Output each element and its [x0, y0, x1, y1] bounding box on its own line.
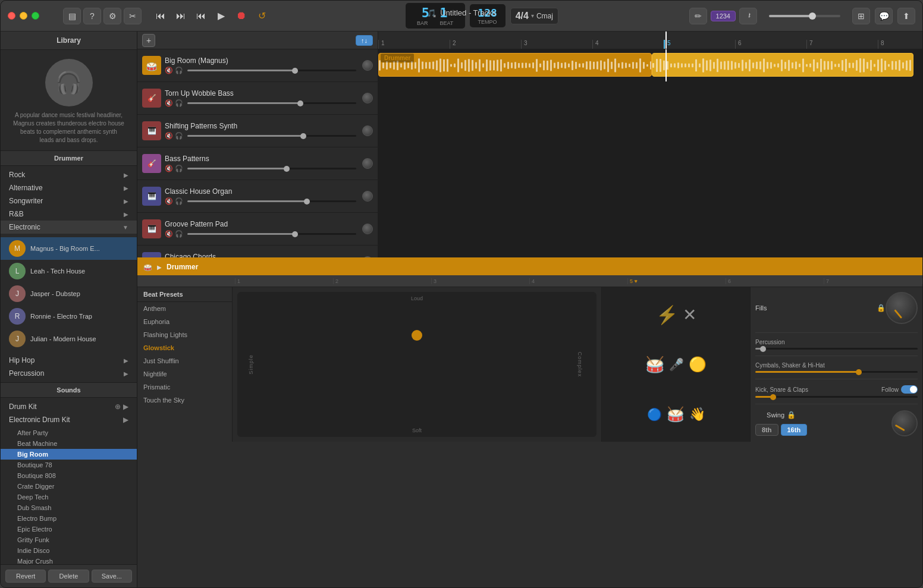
- headphone-button-shifting[interactable]: 🎧: [175, 132, 183, 140]
- drum-icon-cymbal-crash[interactable]: 🥁: [645, 356, 664, 374]
- kick-slider[interactable]: [755, 396, 918, 398]
- rewind-button[interactable]: ⏮: [153, 9, 168, 23]
- headphone-button-wobble[interactable]: 🎧: [175, 99, 183, 107]
- mute-button-organ[interactable]: 🔇: [165, 197, 173, 205]
- sound-item-gritty-funk[interactable]: Gritty Funk: [1, 534, 137, 545]
- pad-field[interactable]: Loud Soft Simple Complex: [237, 292, 597, 437]
- mute-button-bass[interactable]: 🔇: [165, 165, 173, 172]
- beat-preset-flashing-lights[interactable]: Flashing Lights: [137, 328, 232, 341]
- sound-item-beat-machine[interactable]: Beat Machine: [1, 438, 137, 449]
- headphone-button-groove[interactable]: 🎧: [175, 230, 183, 238]
- beat-8th-button[interactable]: 8th: [755, 424, 778, 436]
- sound-item-after-party[interactable]: After Party: [1, 427, 137, 438]
- help-button[interactable]: ?: [83, 8, 101, 24]
- beat-preset-prismatic[interactable]: Prismatic: [137, 381, 232, 394]
- track-knob-groove[interactable]: [362, 224, 373, 234]
- cymbals-slider[interactable]: [755, 371, 918, 373]
- timeline-row-5[interactable]: [378, 180, 922, 213]
- delete-button[interactable]: Delete: [48, 570, 89, 583]
- track-volume-organ[interactable]: [187, 200, 356, 202]
- timeline-row-3[interactable]: [378, 115, 922, 147]
- fills-knob[interactable]: [886, 292, 918, 324]
- category-item-rock[interactable]: Rock ▶: [1, 168, 137, 181]
- beat-16th-button[interactable]: 16th: [781, 424, 808, 436]
- swing-knob[interactable]: [891, 410, 918, 436]
- midi-button[interactable]: 1234: [711, 11, 736, 21]
- headphone-button-big-room[interactable]: 🎧: [175, 67, 183, 74]
- percussion-slider[interactable]: [755, 348, 918, 350]
- track-sort-button[interactable]: ↑↓: [356, 35, 373, 46]
- timeline-row-2[interactable]: [378, 82, 922, 115]
- drummer-item-jasper[interactable]: J Jasper - Dubstep: [1, 282, 137, 305]
- track-item-shifting-patterns[interactable]: 🎹 Shifting Patterns Synth 🔇 🎧: [137, 115, 378, 147]
- chat-button[interactable]: 💬: [875, 8, 893, 24]
- tracks-view-button[interactable]: ⊞: [852, 8, 870, 24]
- sound-item-dub-smash[interactable]: Dub Smash: [1, 502, 137, 513]
- drum-icon-snare[interactable]: 🥁: [667, 406, 685, 423]
- beat-preset-glowstick[interactable]: Glowstick: [137, 341, 232, 354]
- mute-button-wobble[interactable]: 🔇: [165, 99, 173, 107]
- time-signature-display[interactable]: 4/4 ▾ Cmaj: [510, 8, 558, 24]
- drummer-item-magnus[interactable]: M Magnus - Big Room E...: [1, 237, 137, 260]
- sound-category-drum-kit[interactable]: Drum Kit ⊕ ▶: [1, 400, 137, 413]
- cycle-button[interactable]: ↺: [255, 9, 269, 23]
- category-item-percussion[interactable]: Percussion ▶: [1, 367, 137, 380]
- sound-item-epic-electro[interactable]: Epic Electro: [1, 524, 137, 534]
- skip-back-button[interactable]: ⏮: [194, 9, 208, 23]
- mute-button-big-room[interactable]: 🔇: [165, 67, 173, 74]
- maximize-button[interactable]: [32, 12, 39, 20]
- beat-preset-touch-sky[interactable]: Touch the Sky: [137, 394, 232, 407]
- sound-item-indie-disco[interactable]: Indie Disco: [1, 545, 137, 556]
- drum-icon-x[interactable]: ✕: [683, 305, 696, 325]
- track-volume-shifting[interactable]: [187, 135, 356, 137]
- record-button[interactable]: ⏺: [234, 9, 249, 23]
- track-knob-bass[interactable]: [362, 158, 373, 169]
- follow-toggle[interactable]: Follow: [881, 385, 918, 394]
- sound-item-boutique-808[interactable]: Boutique 808: [1, 470, 137, 481]
- play-button[interactable]: ▶: [214, 9, 228, 23]
- beat-preset-just-shufflin[interactable]: Just Shufflin: [137, 354, 232, 367]
- drum-icon-hihat[interactable]: 🟡: [689, 356, 707, 373]
- timeline-row-6[interactable]: [378, 213, 922, 246]
- minimize-button[interactable]: [20, 12, 27, 20]
- volume-slider[interactable]: [769, 15, 840, 17]
- track-volume-big-room[interactable]: [187, 70, 356, 71]
- fast-forward-button[interactable]: ⏭: [174, 9, 188, 23]
- sound-item-major-crush[interactable]: Major Crush: [1, 556, 137, 564]
- metronome-button[interactable]: 𝄽: [739, 8, 757, 24]
- timeline-row-7[interactable]: [378, 246, 922, 257]
- drummer-item-julian[interactable]: J Julian - Modern House: [1, 328, 137, 350]
- sound-item-crate-digger[interactable]: Crate Digger: [1, 481, 137, 492]
- drummer-item-ronnie[interactable]: R Ronnie - Electro Trap: [1, 305, 137, 328]
- category-item-hiphop[interactable]: Hip Hop ▶: [1, 354, 137, 367]
- category-item-electronic[interactable]: Electronic ▼: [1, 221, 137, 234]
- sound-category-electronic[interactable]: Electronic Drum Kit ▶: [1, 413, 137, 426]
- drummer-region-1[interactable]: // generated inline: [378, 53, 652, 77]
- add-track-button[interactable]: +: [142, 34, 155, 47]
- track-knob-organ[interactable]: [362, 191, 373, 202]
- category-item-songwriter[interactable]: Songwriter ▶: [1, 194, 137, 207]
- headphone-button-bass[interactable]: 🎧: [175, 165, 183, 172]
- category-item-alternative[interactable]: Alternative ▶: [1, 181, 137, 194]
- follow-toggle-box[interactable]: [901, 385, 918, 394]
- scissors-button[interactable]: ✂: [124, 8, 142, 24]
- track-knob-wobble[interactable]: [362, 93, 373, 103]
- save-button[interactable]: Save...: [92, 570, 132, 583]
- close-button[interactable]: [8, 12, 15, 20]
- beat-preset-nightlife[interactable]: Nightlife: [137, 367, 232, 381]
- sound-item-big-room[interactable]: Big Room: [1, 449, 137, 460]
- revert-button[interactable]: Revert: [5, 570, 46, 583]
- track-item-bass-patterns[interactable]: 🎸 Bass Patterns 🔇 🎧: [137, 147, 378, 180]
- mute-button-shifting[interactable]: 🔇: [165, 132, 173, 140]
- track-item-big-room[interactable]: 🥁 Big Room (Magnus) 🔇 🎧: [137, 49, 378, 82]
- sound-item-electro-bump[interactable]: Electro Bump: [1, 513, 137, 524]
- drum-icon-lightning[interactable]: ⚡: [656, 304, 678, 325]
- track-item-groove-pattern[interactable]: 🎹 Groove Pattern Pad 🔇 🎧: [137, 213, 378, 246]
- drum-icon-kick[interactable]: 🔵: [647, 407, 662, 422]
- timeline-row-drummer[interactable]: Drummer // generated inline: [378, 49, 922, 82]
- drum-icon-clap[interactable]: 👋: [689, 407, 705, 422]
- track-item-classic-house[interactable]: 🎹 Classic House Organ 🔇 🎧: [137, 180, 378, 213]
- timeline-row-4[interactable]: [378, 147, 922, 180]
- track-item-chicago-chords[interactable]: 🎹 Chicago Chords 🔇 🎧: [137, 246, 378, 257]
- mute-button-groove[interactable]: 🔇: [165, 230, 173, 238]
